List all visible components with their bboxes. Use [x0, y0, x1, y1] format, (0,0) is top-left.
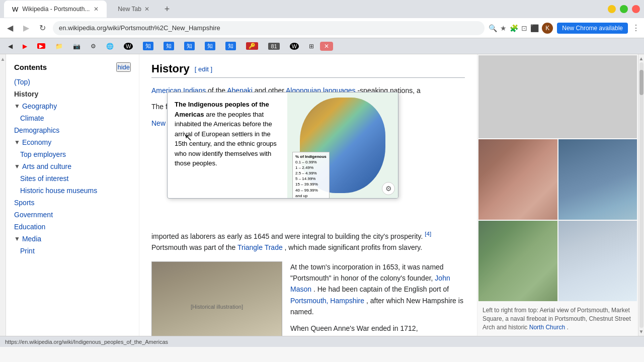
toc-geography-label[interactable]: Geography — [22, 102, 57, 110]
scroll-up-arrow[interactable]: ▲ — [1, 56, 6, 62]
profile-icon[interactable]: K — [542, 23, 553, 34]
bookmark-camera[interactable]: 📷 — [69, 42, 85, 51]
historical-image: [Historical illustration] — [151, 261, 282, 336]
toc-item-government[interactable]: Government — [6, 209, 139, 221]
bookmark-youtube1[interactable]: ▶ — [19, 42, 31, 51]
bookmark-back[interactable]: ◀ — [4, 42, 17, 51]
toc-arts-label[interactable]: Arts and culture — [22, 162, 71, 170]
tab-search-icon[interactable]: ⊡ — [521, 24, 527, 32]
scroll-up-btn[interactable]: ▲ — [639, 56, 644, 61]
para4-text3: , which made significant profits from sl… — [285, 243, 423, 251]
minimize-button[interactable] — [608, 5, 616, 13]
main-area: ▲ Contents hide (Top) History ▼ Geograph… — [0, 54, 644, 336]
toc-item-climate[interactable]: Climate — [6, 112, 139, 124]
naval-fireboat-image — [558, 139, 637, 220]
forward-button[interactable]: ▶ — [20, 21, 32, 35]
legend-item6: 40 – 99.99% — [295, 188, 327, 193]
portsmouth-hants-link[interactable]: Portsmouth, Hampshire — [290, 297, 364, 305]
split-screen-icon[interactable]: ⬛ — [530, 24, 539, 32]
scroll-handle[interactable] — [639, 70, 643, 95]
toc-section-economy[interactable]: ▼ Economy — [6, 136, 139, 148]
bookmark-81[interactable]: 81 — [264, 42, 283, 51]
toc-item-top-employers[interactable]: Top employers — [6, 148, 139, 160]
triangle-trade-link[interactable]: Triangle Trade — [237, 243, 283, 251]
toc-item-print[interactable]: Print — [6, 245, 139, 257]
scroll-track[interactable] — [639, 62, 643, 328]
bookmark-w2[interactable]: W — [286, 42, 303, 51]
article-image-left: [Historical illustration] — [151, 261, 282, 336]
new-tab-button[interactable]: + — [160, 2, 174, 17]
bookmark-grid[interactable]: ⊞ — [305, 42, 318, 51]
chestnut-street-image — [478, 221, 557, 301]
tab-active[interactable]: W Wikipedia - Portsmouth... ✕ — [4, 1, 107, 18]
bookmark-close-tab[interactable]: ✕ — [320, 42, 333, 51]
media-arrow-icon[interactable]: ▼ — [14, 235, 20, 242]
toc-media-label[interactable]: Media — [22, 235, 41, 243]
bookmark-zh5[interactable]: 知 — [221, 41, 240, 51]
tooltip-gear-icon[interactable]: ⚙ — [382, 182, 395, 195]
tab-close-btn[interactable]: ✕ — [94, 6, 99, 13]
toc-item-sites[interactable]: Sites of interest — [6, 172, 139, 185]
bookmark-wiki[interactable]: W — [120, 42, 137, 51]
toc-item-history[interactable]: History — [6, 88, 139, 100]
article-right-section: At the town's incorporation in 1653, it … — [290, 261, 465, 336]
extensions-icon[interactable]: 🧩 — [510, 24, 518, 32]
menu-icon[interactable]: ⋮ — [632, 23, 640, 33]
arts-arrow-icon[interactable]: ▼ — [14, 163, 20, 170]
bookmark-web[interactable]: 🌐 — [102, 42, 118, 51]
toc-sidebar: Contents hide (Top) History ▼ Geography … — [6, 54, 139, 336]
bookmark-youtube2[interactable]: ▶ — [33, 42, 49, 50]
toc-item-education[interactable]: Education — [6, 221, 139, 233]
toc-title: Contents — [14, 63, 47, 71]
toc-economy-label[interactable]: Economy — [22, 138, 51, 146]
tab-inactive-close[interactable]: ✕ — [144, 6, 149, 13]
close-button[interactable] — [632, 5, 640, 13]
new-chrome-button[interactable]: New Chrome available — [557, 23, 628, 34]
scroll-down-btn[interactable]: ▼ — [639, 329, 644, 334]
bookmark-zh3[interactable]: 知 — [180, 41, 199, 51]
image-grid — [477, 54, 638, 302]
back-button[interactable]: ◀ — [4, 21, 16, 35]
search-icon[interactable]: 🔍 — [489, 24, 497, 32]
legend-item3: 2.5 – 4.99% — [295, 170, 327, 176]
bookmark-star-icon[interactable]: ★ — [500, 24, 507, 32]
toc-section-media[interactable]: ▼ Media — [6, 233, 139, 245]
bookmark-zh1[interactable]: 知 — [139, 41, 157, 51]
toc-item-sports[interactable]: Sports — [6, 197, 139, 209]
toc-item-historic-house[interactable]: Historic house museums — [6, 185, 139, 197]
legend-item2: 1 – 2.49% — [295, 165, 327, 170]
inc-text2: . He had been captain of the English por… — [313, 285, 449, 293]
footnote4[interactable]: [4] — [425, 230, 431, 237]
article-para4: imported as laborers as early as 1645 an… — [151, 229, 465, 253]
para4-text2: Portsmouth was part of the — [151, 243, 237, 251]
left-scroll: ▲ — [0, 54, 6, 336]
section-title-text: History — [151, 62, 190, 75]
geography-arrow-icon[interactable]: ▼ — [14, 103, 20, 110]
bookmark-key[interactable]: 🔑 — [242, 41, 262, 51]
bookmark-folder[interactable]: 📁 — [51, 42, 67, 51]
toc-item-demographics[interactable]: Demographics — [6, 124, 139, 136]
north-church-link[interactable]: North Church — [529, 324, 565, 331]
maximize-button[interactable] — [620, 5, 628, 13]
toc-section-geography[interactable]: ▼ Geography — [6, 100, 139, 112]
legend-item4: 5 – 14.99% — [295, 176, 327, 182]
queen-anne-para: When Queen Anne's War ended in 1712, — [290, 323, 465, 334]
reload-button[interactable]: ↻ — [36, 21, 49, 35]
article-content: History [ edit ] American Indians of the… — [139, 54, 477, 336]
toc-section-arts[interactable]: ▼ Arts and culture — [6, 160, 139, 172]
toc-hide-button[interactable]: hide — [116, 62, 131, 72]
toc-item-top[interactable]: (Top) — [6, 76, 139, 88]
image-panel: Left to right from top: Aerial view of P… — [477, 54, 638, 336]
tooltip-body-text: are the peoples that inhabited the Ameri… — [175, 111, 277, 167]
legend-item5: 15 – 39.99% — [295, 182, 327, 187]
bookmark-settings[interactable]: ⚙ — [87, 42, 100, 51]
tab-inactive[interactable]: New Tab ✕ — [110, 1, 157, 18]
address-input[interactable] — [53, 21, 485, 35]
bookmark-zh4[interactable]: 知 — [201, 41, 219, 51]
browser-window: W Wikipedia - Portsmouth... ✕ New Tab ✕ … — [0, 0, 644, 362]
bookmark-zh2[interactable]: 知 — [159, 41, 178, 51]
window-controls — [608, 5, 640, 13]
right-scrollbar: ▲ ▼ — [638, 54, 644, 336]
economy-arrow-icon[interactable]: ▼ — [14, 139, 20, 146]
edit-link[interactable]: [ edit ] — [195, 65, 212, 73]
